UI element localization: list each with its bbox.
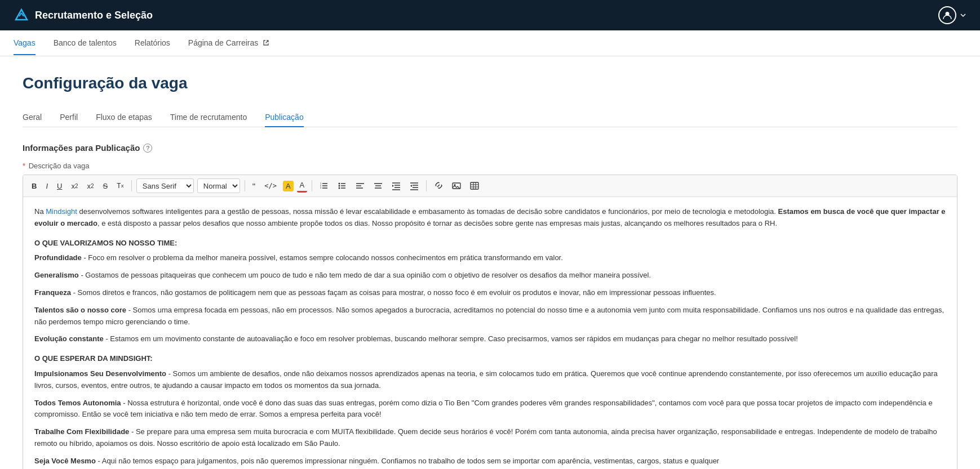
highlight-button[interactable]: A	[283, 181, 294, 191]
help-icon[interactable]: ?	[143, 144, 152, 153]
item-evolucao: Evolução constante - Estamos em um movim…	[34, 333, 946, 345]
outdent-button[interactable]	[407, 180, 422, 192]
tab-time-recrutamento[interactable]: Time de recrutamento	[170, 108, 247, 127]
link-button[interactable]	[431, 180, 446, 192]
sub-nav-pagina-carreiras[interactable]: Página de Carreiras	[188, 32, 270, 55]
page-title: Configuração da vaga	[23, 74, 957, 92]
brand-icon	[14, 7, 29, 23]
top-nav: Recrutamento e Seleção	[0, 0, 980, 30]
blockquote-button[interactable]: "	[250, 180, 258, 193]
align-left-button[interactable]	[353, 180, 367, 192]
strikethrough-button[interactable]: S	[100, 180, 111, 192]
editor-body[interactable]: Na Mindsight desenvolvemos softwares int…	[23, 197, 957, 469]
clear-format-button[interactable]: Tx	[114, 180, 127, 191]
font-family-select[interactable]: Sans Serif Serif Monospace	[136, 178, 194, 193]
page-content: Configuração da vaga Geral Perfil Fluxo …	[0, 56, 980, 469]
svg-marker-0	[16, 10, 27, 20]
tabs: Geral Perfil Fluxo de etapas Time de rec…	[23, 108, 957, 127]
item-profundidade: Profundidade - Foco em resolver o proble…	[34, 252, 946, 264]
tab-perfil[interactable]: Perfil	[60, 108, 78, 127]
intro-paragraph: Na Mindsight desenvolvemos softwares int…	[34, 206, 946, 230]
tab-fluxo-etapas[interactable]: Fluxo de etapas	[96, 108, 152, 127]
underline-button[interactable]: U	[54, 180, 65, 192]
item-voce-mesmo: Seja Você Mesmo - Aqui não temos espaço …	[34, 455, 946, 467]
tab-geral[interactable]: Geral	[23, 108, 42, 127]
svg-rect-32	[471, 182, 478, 189]
user-avatar	[938, 6, 956, 24]
chevron-down-icon	[960, 12, 966, 19]
required-marker: *	[23, 162, 25, 170]
toolbar-divider-1	[131, 180, 132, 191]
section-title: Informações para Publicação ?	[23, 143, 957, 153]
tab-publicacao[interactable]: Publicação	[265, 108, 304, 127]
sub-nav: Vagas Banco de talentos Relatórios Págin…	[0, 30, 980, 56]
superscript-button[interactable]: x2	[84, 180, 96, 192]
code-button[interactable]: </>	[261, 180, 280, 191]
bold-button[interactable]: B	[29, 180, 39, 192]
sub-nav-relatorios[interactable]: Relatórios	[135, 32, 170, 55]
unordered-list-button[interactable]	[335, 180, 349, 192]
item-generalismo: Generalismo - Gostamos de pessoas pitaqu…	[34, 270, 946, 282]
item-impulsionamos: Impulsionamos Seu Desenvolvimento - Somo…	[34, 368, 946, 392]
section2-heading: O QUE ESPERAR DA MINDSIGHT:	[34, 353, 946, 365]
svg-text:3: 3	[320, 186, 322, 189]
item-flexibilidade: Trabalhe Com Flexibilidade - Se prepare …	[34, 426, 946, 450]
toolbar-divider-3	[312, 180, 312, 191]
align-center-button[interactable]	[371, 180, 385, 192]
field-label: * Descrição da vaga	[23, 162, 957, 170]
item-talentos: Talentos são o nosso core - Somos uma em…	[34, 305, 946, 328]
item-autonomia: Todos Temos Autonomia - Nossa estrutura …	[34, 397, 946, 421]
editor-container: B I U x2 x2 S Tx Sans Serif Serif Monosp…	[23, 175, 957, 469]
editor-toolbar: B I U x2 x2 S Tx Sans Serif Serif Monosp…	[23, 175, 957, 197]
image-button[interactable]	[449, 180, 464, 192]
ordered-list-button[interactable]: 123	[317, 180, 331, 192]
brand-name: Recrutamento e Seleção	[35, 10, 153, 21]
section1-heading: O QUE VALORIZAMOS NO NOSSO TIME:	[34, 238, 946, 249]
toolbar-divider-2	[245, 180, 245, 191]
mindsight-link[interactable]: Mindsight	[46, 207, 77, 216]
subscript-button[interactable]: x2	[68, 180, 81, 192]
toolbar-divider-4	[426, 180, 427, 191]
table-button[interactable]	[467, 180, 482, 192]
indent-button[interactable]	[389, 180, 403, 192]
svg-point-11	[339, 185, 340, 187]
user-menu[interactable]	[938, 6, 966, 24]
font-color-button[interactable]: A	[297, 179, 308, 193]
italic-button[interactable]: I	[43, 180, 51, 192]
external-link-icon	[263, 39, 269, 46]
brand: Recrutamento e Seleção	[14, 7, 153, 23]
font-size-select[interactable]: Normal Small Large Huge	[197, 178, 240, 193]
item-franqueza: Franqueza - Somos diretos e francos, não…	[34, 287, 946, 299]
sub-nav-vagas[interactable]: Vagas	[14, 32, 36, 55]
svg-point-10	[339, 183, 340, 185]
sub-nav-banco-talentos[interactable]: Banco de talentos	[54, 32, 117, 55]
svg-point-12	[339, 187, 340, 189]
